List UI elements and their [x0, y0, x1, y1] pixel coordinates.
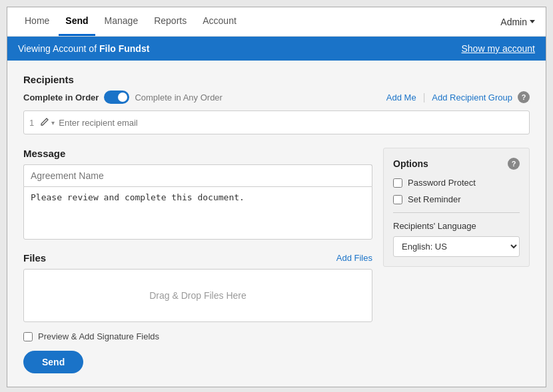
options-help-icon[interactable]: ?: [508, 158, 520, 170]
message-textarea[interactable]: Please review and complete this document…: [23, 186, 372, 240]
order-row: Complete in Order Complete in Any Order …: [23, 91, 530, 104]
admin-label: Admin: [500, 17, 527, 27]
set-reminder-option: Set Reminder: [393, 194, 520, 204]
show-my-account-link[interactable]: Show my account: [462, 43, 536, 54]
recipient-email-input[interactable]: [59, 118, 524, 128]
message-files-col: Message Please review and complete this …: [23, 148, 372, 373]
preview-checkbox[interactable]: [23, 332, 33, 341]
complete-in-order-label: Complete in Order: [23, 93, 99, 102]
main-content: Recipients Complete in Order Complete in…: [7, 61, 546, 387]
icon-chevron: ▾: [51, 119, 55, 126]
recipients-title: Recipients: [23, 74, 530, 85]
set-reminder-checkbox[interactable]: [393, 195, 402, 204]
password-protect-checkbox[interactable]: [393, 178, 402, 188]
toggle-slider: [104, 91, 129, 104]
add-recipient-group-link[interactable]: Add Recipient Group: [432, 93, 512, 102]
language-select[interactable]: English: US English: UK French German Sp…: [393, 236, 520, 257]
complete-any-order-label: Complete in Any Order: [135, 93, 223, 102]
options-header: Options ?: [393, 158, 520, 170]
agreement-name-input[interactable]: [23, 164, 372, 186]
send-button[interactable]: Send: [23, 351, 83, 373]
complete-order-toggle[interactable]: [104, 91, 129, 104]
message-title: Message: [23, 148, 372, 159]
top-nav: Home Send Manage Reports Account Admin: [7, 7, 546, 37]
drop-zone-label: Drag & Drop Files Here: [149, 290, 247, 301]
preview-label: Preview & Add Signature Fields: [38, 331, 159, 341]
recipients-language-label: Recipients' Language: [393, 221, 520, 231]
nav-account[interactable]: Account: [196, 7, 243, 36]
banner-text: Viewing Account of Filo Fundst: [18, 43, 149, 54]
files-drop-zone[interactable]: Drag & Drop Files Here: [23, 269, 372, 322]
add-files-link[interactable]: Add Files: [336, 253, 372, 263]
admin-caret-icon: [530, 20, 535, 23]
nav-home[interactable]: Home: [18, 7, 56, 36]
recipients-help-icon[interactable]: ?: [518, 91, 530, 103]
set-reminder-label: Set Reminder: [408, 194, 460, 204]
nav-reports[interactable]: Reports: [147, 7, 193, 36]
files-title: Files: [23, 252, 46, 264]
files-header: Files Add Files: [23, 252, 372, 264]
two-col-layout: Message Please review and complete this …: [23, 148, 530, 373]
add-me-link[interactable]: Add Me: [386, 93, 416, 102]
viewing-account-banner: Viewing Account of Filo Fundst Show my a…: [7, 37, 546, 61]
message-block: Please review and complete this document…: [23, 164, 372, 242]
options-panel: Options ? Password Protect Set Reminder …: [383, 148, 530, 267]
recipient-number: 1: [29, 118, 34, 128]
pen-icon: ▾: [39, 117, 55, 128]
options-divider: [393, 212, 520, 213]
nav-manage[interactable]: Manage: [98, 7, 145, 36]
password-protect-option: Password Protect: [393, 178, 520, 188]
recipient-input-row: 1 ▾: [23, 110, 530, 134]
options-title: Options: [393, 158, 428, 169]
admin-menu[interactable]: Admin: [500, 17, 535, 27]
nav-send[interactable]: Send: [59, 7, 95, 36]
separator: |: [423, 92, 426, 102]
password-protect-label: Password Protect: [408, 178, 476, 188]
preview-row: Preview & Add Signature Fields: [23, 331, 372, 341]
